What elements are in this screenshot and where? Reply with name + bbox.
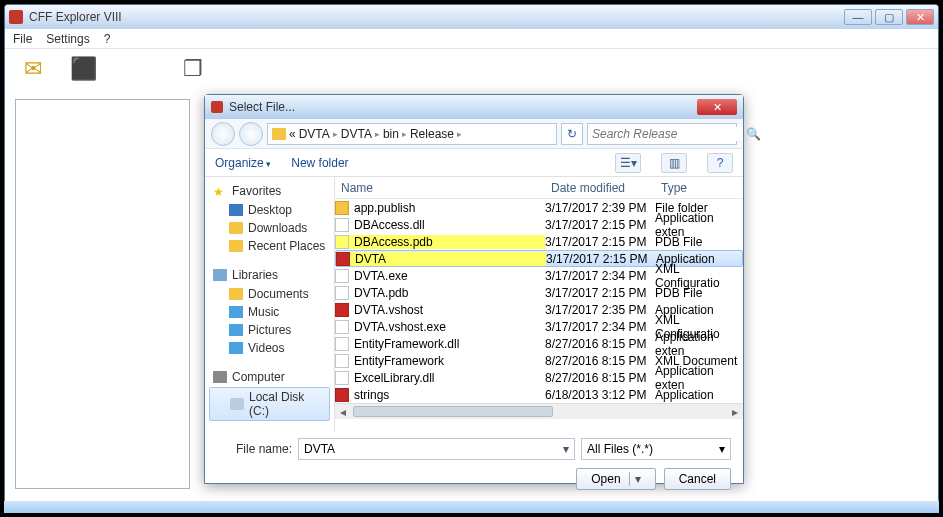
tree-pictures[interactable]: Pictures	[205, 321, 334, 339]
new-folder-button[interactable]: New folder	[291, 156, 348, 170]
breadcrumb[interactable]: « DVTA▸ DVTA▸ bin▸ Release▸	[267, 123, 557, 145]
tree-music[interactable]: Music	[205, 303, 334, 321]
file-row[interactable]: DVTA.exe3/17/2017 2:34 PMXML Configurati…	[335, 267, 743, 284]
file-date: 3/17/2017 2:39 PM	[545, 201, 655, 215]
open-file-icon[interactable]: ✉	[19, 55, 47, 83]
file-name: DVTA.exe	[354, 269, 408, 283]
main-titlebar[interactable]: CFF Explorer VIII — ▢ ✕	[5, 5, 938, 29]
file-row[interactable]: strings6/18/2013 3:12 PMApplication	[335, 386, 743, 403]
search-box[interactable]: 🔍	[587, 123, 737, 145]
col-date[interactable]: Date modified	[545, 181, 655, 195]
dialog-title: Select File...	[229, 100, 697, 114]
crumb-root[interactable]: «	[289, 127, 296, 141]
file-icon	[335, 201, 349, 215]
menu-settings[interactable]: Settings	[46, 32, 89, 46]
copy-icon[interactable]: ❐	[179, 55, 207, 83]
select-file-dialog: Select File... ✕ « DVTA▸ DVTA▸ bin▸ Rele…	[204, 94, 744, 484]
tree-localdisk[interactable]: Local Disk (C:)	[209, 387, 330, 421]
file-date: 8/27/2016 8:15 PM	[545, 337, 655, 351]
view-button[interactable]: ☰▾	[615, 153, 641, 173]
dialog-nav: « DVTA▸ DVTA▸ bin▸ Release▸ ↻ 🔍	[205, 119, 743, 149]
tree-videos[interactable]: Videos	[205, 339, 334, 357]
open-dropdown-icon[interactable]: ▾	[629, 472, 641, 486]
file-icon	[335, 303, 349, 317]
filename-input-wrap[interactable]: ▾	[298, 438, 575, 460]
filename-label: File name:	[217, 442, 292, 456]
dialog-titlebar[interactable]: Select File... ✕	[205, 95, 743, 119]
tree-libraries[interactable]: Libraries	[205, 265, 334, 285]
file-icon	[336, 252, 350, 266]
file-name: DVTA.vshost	[354, 303, 423, 317]
crumb-3[interactable]: bin	[383, 127, 399, 141]
folder-icon	[272, 128, 286, 140]
file-name: EntityFramework.dll	[354, 337, 459, 351]
file-row[interactable]: DVTA.pdb3/17/2017 2:15 PMPDB File	[335, 284, 743, 301]
file-date: 3/17/2017 2:15 PM	[546, 252, 656, 266]
file-date: 3/17/2017 2:15 PM	[545, 218, 655, 232]
scroll-thumb[interactable]	[353, 406, 553, 417]
crumb-4[interactable]: Release	[410, 127, 454, 141]
filename-dropdown-icon[interactable]: ▾	[558, 442, 574, 456]
file-row[interactable]: ExcelLibrary.dll8/27/2016 8:15 PMApplica…	[335, 369, 743, 386]
file-filter-label: All Files (*.*)	[587, 442, 653, 456]
file-date: 6/18/2013 3:12 PM	[545, 388, 655, 402]
file-row[interactable]: DBAccess.pdb3/17/2017 2:15 PMPDB File	[335, 233, 743, 250]
menu-file[interactable]: File	[13, 32, 32, 46]
file-icon	[335, 337, 349, 351]
file-name: DVTA.vshost.exe	[354, 320, 446, 334]
file-row[interactable]: DBAccess.dll3/17/2017 2:15 PMApplication…	[335, 216, 743, 233]
horizontal-scrollbar[interactable]: ◂ ▸	[335, 403, 743, 419]
file-name: strings	[354, 388, 389, 402]
search-input[interactable]	[592, 127, 743, 141]
file-icon	[335, 388, 349, 402]
forward-button[interactable]	[239, 122, 263, 146]
file-name: app.publish	[354, 201, 415, 215]
search-icon: 🔍	[746, 127, 761, 141]
refresh-button[interactable]: ↻	[561, 123, 583, 145]
file-date: 3/17/2017 2:34 PM	[545, 269, 655, 283]
tree-downloads[interactable]: Downloads	[205, 219, 334, 237]
dialog-toolbar: Organize New folder ☰▾ ▥ ?	[205, 149, 743, 177]
save-icon[interactable]: ⬛	[69, 55, 97, 83]
back-button[interactable]	[211, 122, 235, 146]
crumb-1[interactable]: DVTA	[299, 127, 330, 141]
file-date: 3/17/2017 2:35 PM	[545, 303, 655, 317]
file-type: PDB File	[655, 286, 743, 300]
filename-input[interactable]	[299, 442, 558, 456]
open-button[interactable]: Open▾	[576, 468, 655, 490]
minimize-button[interactable]: —	[844, 9, 872, 25]
taskbar	[4, 501, 939, 513]
file-row[interactable]: EntityFramework.dll8/27/2016 8:15 PMAppl…	[335, 335, 743, 352]
scroll-right-icon[interactable]: ▸	[727, 404, 743, 420]
cancel-button[interactable]: Cancel	[664, 468, 731, 490]
close-button[interactable]: ✕	[906, 9, 934, 25]
app-icon	[9, 10, 23, 24]
column-headers[interactable]: Name Date modified Type	[335, 177, 743, 199]
help-button[interactable]: ?	[707, 153, 733, 173]
preview-pane-button[interactable]: ▥	[661, 153, 687, 173]
file-name: DVTA.pdb	[354, 286, 408, 300]
file-date: 8/27/2016 8:15 PM	[545, 354, 655, 368]
file-date: 3/17/2017 2:34 PM	[545, 320, 655, 334]
tree-recent[interactable]: Recent Places	[205, 237, 334, 255]
crumb-2[interactable]: DVTA	[341, 127, 372, 141]
tree-favorites[interactable]: ★Favorites	[205, 181, 334, 201]
file-icon	[335, 371, 349, 385]
col-type[interactable]: Type	[655, 181, 743, 195]
menu-help[interactable]: ?	[104, 32, 111, 46]
main-window: CFF Explorer VIII — ▢ ✕ File Settings ? …	[4, 4, 939, 513]
file-icon	[335, 235, 349, 249]
file-name: DBAccess.pdb	[354, 235, 433, 249]
organize-menu[interactable]: Organize	[215, 156, 271, 170]
scroll-left-icon[interactable]: ◂	[335, 404, 351, 420]
tree-computer[interactable]: Computer	[205, 367, 334, 387]
file-icon	[335, 354, 349, 368]
tree-documents[interactable]: Documents	[205, 285, 334, 303]
col-name[interactable]: Name	[335, 181, 545, 195]
file-filter-dropdown[interactable]: All Files (*.*)▾	[581, 438, 731, 460]
file-list: Name Date modified Type app.publish3/17/…	[335, 177, 743, 432]
tree-desktop[interactable]: Desktop	[205, 201, 334, 219]
window-title: CFF Explorer VIII	[29, 10, 844, 24]
maximize-button[interactable]: ▢	[875, 9, 903, 25]
dialog-close-button[interactable]: ✕	[697, 99, 737, 115]
